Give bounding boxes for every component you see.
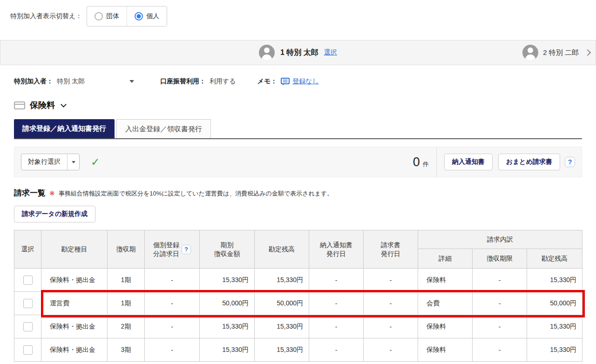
cell-individual: - bbox=[145, 292, 200, 315]
transfer-label: 口座振替利用： bbox=[160, 77, 206, 86]
cell-balance: 50,000円 bbox=[255, 292, 309, 315]
cell-period: 1期 bbox=[108, 292, 145, 315]
cell-invoice: - bbox=[364, 315, 418, 338]
row-select-label: 対象行選択 bbox=[21, 154, 67, 170]
col-header-select: 選択 bbox=[14, 230, 41, 269]
cell-balance: 15,330円 bbox=[255, 315, 309, 338]
cell-amount: 15,330円 bbox=[200, 269, 255, 292]
transfer-value: 利用する bbox=[210, 77, 236, 86]
cell-amount: 50,000円 bbox=[200, 292, 255, 315]
member-dropdown[interactable]: 特別 太郎 bbox=[53, 77, 134, 86]
select-cell bbox=[14, 338, 41, 362]
col-header-individual-date: 個別登録 分請求日 ? bbox=[145, 230, 200, 269]
col-header-balance: 勘定残高 bbox=[255, 230, 309, 269]
insurance-section-header: 保険料 bbox=[14, 100, 582, 111]
tab-billing-registration[interactable]: 請求登録／納入通知書発行 bbox=[14, 119, 115, 138]
cell-detail: 保険料 bbox=[418, 269, 473, 292]
row-select-dropdown[interactable]: 対象行選択 bbox=[21, 154, 80, 170]
row-checkbox[interactable] bbox=[23, 345, 33, 355]
memo-register-link[interactable]: 登録なし bbox=[292, 77, 319, 86]
col-group-breakdown: 請求内訳 bbox=[418, 230, 582, 249]
memo-label: メモ： bbox=[257, 77, 278, 86]
member-label: 特別加入者： bbox=[14, 77, 53, 86]
member-dropdown-value: 特別 太郎 bbox=[57, 77, 85, 86]
radio-option-individual[interactable]: 個人 bbox=[127, 7, 167, 26]
user-avatar-icon bbox=[259, 45, 275, 61]
billing-list-title: 請求一覧 bbox=[14, 188, 46, 198]
billing-list-heading: 請求一覧 ※ 事務組合情報設定画面で税区分を10%に設定していた運営費は、消費税… bbox=[14, 188, 582, 198]
radio-option-individual-label: 個人 bbox=[146, 12, 159, 20]
radio-unselected-icon[interactable] bbox=[95, 12, 103, 20]
section-title: 保険料 bbox=[30, 100, 55, 111]
cell-individual: - bbox=[145, 269, 200, 292]
cell-detail_balance: 15,330円 bbox=[527, 315, 582, 338]
payment-notice-button[interactable]: 納入通知書 bbox=[444, 154, 493, 170]
next-member[interactable]: 2 特別 二郎 bbox=[522, 45, 590, 61]
billing-note-text: 事務組合情報設定画面で税区分を10%に設定していた運営費は、消費税込みの金額で表… bbox=[59, 189, 333, 198]
user-avatar-icon bbox=[522, 45, 538, 61]
help-icon[interactable]: ? bbox=[565, 157, 575, 167]
cell-detail: 会費 bbox=[418, 292, 473, 315]
cell-notice: - bbox=[309, 315, 364, 338]
tab-payment-registration[interactable]: 入出金登録／領収書発行 bbox=[116, 119, 211, 138]
table-row: 保険料・拠出金3期-15,330円15,330円--保険料-15,330円 bbox=[14, 338, 582, 362]
caret-down-icon[interactable] bbox=[67, 154, 79, 170]
row-checkbox[interactable] bbox=[23, 322, 33, 331]
check-icon: ✓ bbox=[91, 156, 100, 169]
bundle-invoice-button[interactable]: おまとめ請求書 bbox=[498, 154, 560, 170]
caret-down-icon bbox=[129, 80, 134, 83]
help-icon[interactable]: ? bbox=[182, 245, 191, 254]
memo-icon bbox=[281, 78, 290, 86]
create-billing-data-button[interactable]: 請求データの新規作成 bbox=[14, 206, 95, 222]
cell-individual: - bbox=[145, 338, 200, 362]
row-checkbox[interactable] bbox=[23, 299, 33, 308]
cell-notice: - bbox=[309, 338, 364, 362]
cell-account: 運営費 bbox=[41, 292, 108, 315]
cell-balance: 15,330円 bbox=[255, 338, 309, 362]
radio-option-group-label: 団体 bbox=[106, 12, 119, 20]
chevron-right-icon[interactable] bbox=[584, 49, 591, 56]
member-display-toggle-row: 特別加入者表示切替え： 団体 個人 bbox=[0, 0, 596, 27]
cell-individual: - bbox=[145, 315, 200, 338]
col-header-detail: 詳細 bbox=[418, 249, 473, 269]
cell-detail: 保険料 bbox=[418, 315, 473, 338]
col-header-detail-balance: 勘定残高 bbox=[527, 249, 582, 269]
cell-invoice: - bbox=[364, 292, 418, 315]
row-checkbox[interactable] bbox=[23, 276, 33, 285]
tab-bar: 請求登録／納入通知書発行 入出金登録／領収書発行 bbox=[14, 119, 582, 139]
col-header-period-amount: 期別 徴収金額 bbox=[200, 230, 255, 269]
cell-invoice: - bbox=[364, 338, 418, 362]
cell-account: 保険料・拠出金 bbox=[41, 315, 108, 338]
radio-option-group[interactable]: 団体 bbox=[87, 7, 127, 26]
current-member-name: 1 特別 太郎 bbox=[280, 48, 318, 58]
cell-notice: - bbox=[309, 269, 364, 292]
current-member: 1 特別 太郎 選択 bbox=[259, 45, 337, 61]
cell-detail_balance: 50,000円 bbox=[527, 292, 582, 315]
note-mark: ※ bbox=[49, 189, 55, 197]
cell-account: 保険料・拠出金 bbox=[41, 338, 108, 362]
card-icon bbox=[14, 101, 25, 109]
table-row: 保険料・拠出金2期-15,330円15,330円--保険料-15,330円 bbox=[14, 315, 582, 338]
table-row: 運営費1期-50,000円50,000円--会費-50,000円 bbox=[14, 292, 582, 315]
cell-detail_balance: 15,330円 bbox=[527, 338, 582, 362]
cell-notice: - bbox=[309, 292, 364, 315]
cell-due: - bbox=[473, 269, 527, 292]
billing-table-wrap: 選択 勘定種目 徴収期 個別登録 分請求日 ? bbox=[14, 230, 582, 362]
select-cell bbox=[14, 315, 41, 338]
toggle-label: 特別加入者表示切替え： bbox=[10, 12, 82, 20]
toolbar-divider bbox=[436, 147, 437, 177]
cell-due: - bbox=[473, 292, 527, 315]
chevron-down-icon[interactable] bbox=[61, 101, 67, 108]
col-header-account: 勘定種目 bbox=[41, 230, 108, 269]
col-header-invoice-date: 請求書 発行日 bbox=[364, 230, 418, 269]
member-select-link[interactable]: 選択 bbox=[324, 48, 337, 57]
cell-period: 3期 bbox=[108, 338, 145, 362]
cell-due: - bbox=[473, 338, 527, 362]
billing-table: 選択 勘定種目 徴収期 個別登録 分請求日 ? bbox=[14, 230, 582, 362]
radio-selected-icon[interactable] bbox=[135, 12, 143, 20]
billing-table-body: 保険料・拠出金1期-15,330円15,330円--保険料-15,330円運営費… bbox=[14, 269, 582, 362]
selection-toolbar: 対象行選択 ✓ 0 件 納入通知書 おまとめ請求書 ? bbox=[14, 147, 582, 177]
cell-detail: 保険料 bbox=[418, 338, 473, 362]
cell-invoice: - bbox=[364, 269, 418, 292]
cell-period: 1期 bbox=[108, 269, 145, 292]
